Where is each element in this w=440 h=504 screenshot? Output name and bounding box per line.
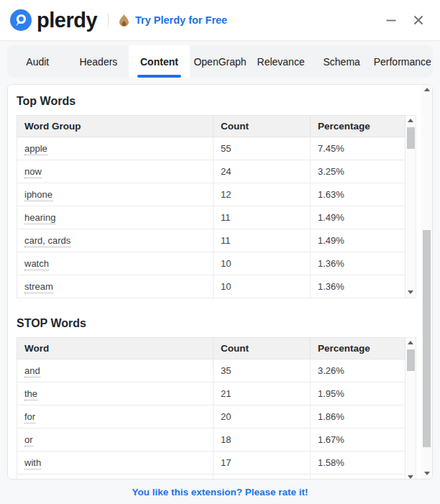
table-row: now 24 3.25% <box>17 160 405 183</box>
top-words-table-wrap: Word Group Count Percentage apple 55 7.4… <box>17 115 416 298</box>
percentage-cell: 1.86% <box>311 406 405 429</box>
tab-performance[interactable]: Performance <box>372 45 433 78</box>
table-row: for 20 1.86% <box>17 406 405 429</box>
scrollbar-thumb[interactable] <box>407 349 415 371</box>
word-cell: for <box>17 406 214 429</box>
minimize-icon <box>385 14 397 26</box>
table-row: stream 10 1.36% <box>17 275 405 298</box>
scroll-up-icon[interactable] <box>424 88 430 91</box>
word-cell: now <box>17 160 214 183</box>
table-row: with 17 1.58% <box>17 452 405 475</box>
stop-words-table-wrap: Word Count Percentage and 35 3.26% the 2… <box>17 337 416 480</box>
word-cell: iphone <box>17 183 214 206</box>
tab-opengraph[interactable]: OpenGraph <box>190 45 251 78</box>
percentage-cell: 1.95% <box>311 382 405 406</box>
scroll-down-icon[interactable] <box>408 475 413 479</box>
scrollbar-thumb[interactable] <box>407 127 415 149</box>
table-row <box>17 475 405 480</box>
flame-icon <box>119 14 129 27</box>
app-footer: You like this extension? Please rate it! <box>0 480 440 504</box>
stop-words-title: STOP Words <box>17 317 432 330</box>
word-text[interactable]: for <box>24 411 35 423</box>
count-cell: 11 <box>214 229 311 252</box>
table-row: and 35 3.26% <box>17 359 405 382</box>
word-text[interactable]: hearing <box>24 212 55 224</box>
top-words-scrollbar[interactable] <box>405 115 416 298</box>
close-button[interactable] <box>410 12 427 29</box>
tabbar: Audit Headers Content OpenGraph Relevanc… <box>7 45 433 78</box>
table-header-row: Word Group Count Percentage <box>17 116 405 137</box>
word-cell: with <box>17 452 214 475</box>
percentage-cell: 3.26% <box>311 359 405 382</box>
column-percentage: Percentage <box>311 338 405 359</box>
word-cell: apple <box>17 137 214 160</box>
word-cell: and <box>17 359 214 382</box>
column-percentage: Percentage <box>311 116 405 137</box>
table-row: or 18 1.67% <box>17 429 405 452</box>
top-words-title: Top Words <box>17 95 432 108</box>
count-cell: 35 <box>214 359 311 382</box>
stop-words-scrollbar[interactable] <box>405 337 416 480</box>
column-count: Count <box>214 116 311 137</box>
count-cell: 18 <box>214 429 311 452</box>
scroll-down-icon[interactable] <box>408 290 413 294</box>
word-cell: the <box>17 382 214 406</box>
table-row: apple 55 7.45% <box>17 137 405 160</box>
count-cell: 10 <box>214 275 311 298</box>
count-cell: 24 <box>214 160 311 183</box>
tab-schema[interactable]: Schema <box>311 45 372 78</box>
word-cell <box>17 475 214 480</box>
plerdy-logo[interactable]: plerdy <box>10 9 97 32</box>
percentage-cell: 1.36% <box>311 252 405 275</box>
word-text[interactable]: with <box>24 457 41 469</box>
content-panel: Top Words Word Group Count Percentage ap… <box>7 84 433 480</box>
tab-content[interactable]: Content <box>129 45 190 78</box>
count-cell: 11 <box>214 206 311 229</box>
count-cell: 55 <box>214 137 311 160</box>
header-divider <box>108 13 109 27</box>
count-cell: 21 <box>214 382 311 406</box>
scroll-up-icon[interactable] <box>408 119 413 122</box>
table-row: iphone 12 1.63% <box>17 183 405 206</box>
scroll-down-icon[interactable] <box>424 472 430 475</box>
logo-text: plerdy <box>37 9 97 32</box>
word-cell: stream <box>17 275 214 298</box>
count-cell: 10 <box>214 252 311 275</box>
percentage-cell: 1.49% <box>311 206 405 229</box>
word-text[interactable]: and <box>24 365 40 377</box>
try-plerdy-label: Try Plerdy for Free <box>135 14 227 26</box>
close-icon <box>413 14 424 26</box>
count-cell: 17 <box>214 452 311 475</box>
word-text[interactable]: card, cards <box>24 235 70 247</box>
word-text[interactable]: the <box>24 388 37 400</box>
percentage-cell: 7.45% <box>311 137 405 160</box>
try-plerdy-link[interactable]: Try Plerdy for Free <box>119 14 227 27</box>
column-word-group: Word Group <box>17 116 214 137</box>
column-count: Count <box>214 338 311 359</box>
word-text[interactable]: or <box>24 434 33 446</box>
word-text[interactable]: now <box>24 166 42 178</box>
column-word: Word <box>17 338 214 359</box>
scroll-up-icon[interactable] <box>408 341 413 344</box>
panel-scrollbar[interactable] <box>421 85 432 479</box>
percentage-cell: 1.58% <box>311 452 405 475</box>
count-cell <box>214 475 311 480</box>
word-text[interactable]: apple <box>24 143 47 155</box>
table-header-row: Word Count Percentage <box>17 338 405 359</box>
table-row: card, cards 11 1.49% <box>17 229 405 252</box>
minimize-button[interactable] <box>382 12 400 29</box>
tab-audit[interactable]: Audit <box>7 45 68 78</box>
tab-headers[interactable]: Headers <box>68 45 129 78</box>
word-cell: card, cards <box>17 229 214 252</box>
word-text[interactable]: watch <box>24 258 49 270</box>
word-text[interactable]: iphone <box>24 189 52 201</box>
rate-extension-link[interactable]: You like this extension? Please rate it! <box>132 487 308 498</box>
percentage-cell: 1.36% <box>311 275 405 298</box>
word-cell: watch <box>17 252 214 275</box>
tab-relevance[interactable]: Relevance <box>250 45 311 78</box>
table-row: the 21 1.95% <box>17 382 405 406</box>
table-row: hearing 11 1.49% <box>17 206 405 229</box>
scrollbar-thumb[interactable] <box>423 230 431 447</box>
percentage-cell: 1.67% <box>311 429 405 452</box>
word-text[interactable]: stream <box>24 281 53 293</box>
